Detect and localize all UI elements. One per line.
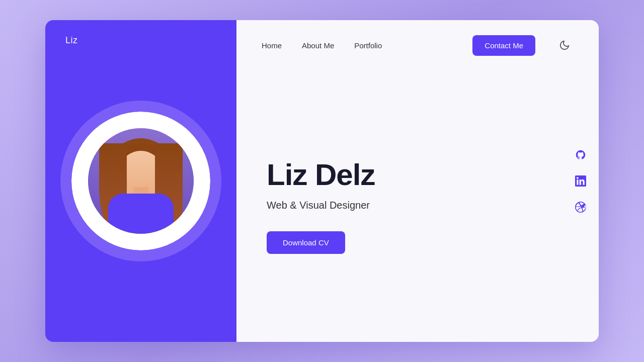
- left-panel: Liz: [45, 20, 236, 342]
- avatar-container: [60, 101, 221, 261]
- dark-mode-toggle[interactable]: [555, 36, 574, 54]
- dribbble-icon[interactable]: [573, 199, 589, 215]
- linkedin-icon[interactable]: [573, 173, 589, 189]
- contact-button[interactable]: Contact Me: [472, 35, 535, 56]
- avatar-outer-ring: [60, 101, 221, 261]
- github-icon[interactable]: [573, 147, 589, 163]
- social-icons: [573, 147, 589, 215]
- nav-portfolio[interactable]: Portfolio: [354, 41, 382, 50]
- hero-section: Liz Delz Web & Visual Designer Download …: [236, 70, 599, 342]
- hero-name: Liz Delz: [267, 158, 569, 192]
- nav-links: Home About Me Portfolio: [262, 41, 452, 50]
- nav-home[interactable]: Home: [262, 41, 282, 50]
- right-panel: Home About Me Portfolio Contact Me Liz D…: [236, 20, 599, 342]
- brand-name: Liz: [65, 35, 78, 46]
- hero-title: Web & Visual Designer: [267, 200, 569, 211]
- navbar: Home About Me Portfolio Contact Me: [236, 20, 599, 70]
- main-window: Liz: [45, 20, 599, 342]
- download-cv-button[interactable]: Download CV: [267, 231, 345, 254]
- nav-about[interactable]: About Me: [302, 41, 334, 50]
